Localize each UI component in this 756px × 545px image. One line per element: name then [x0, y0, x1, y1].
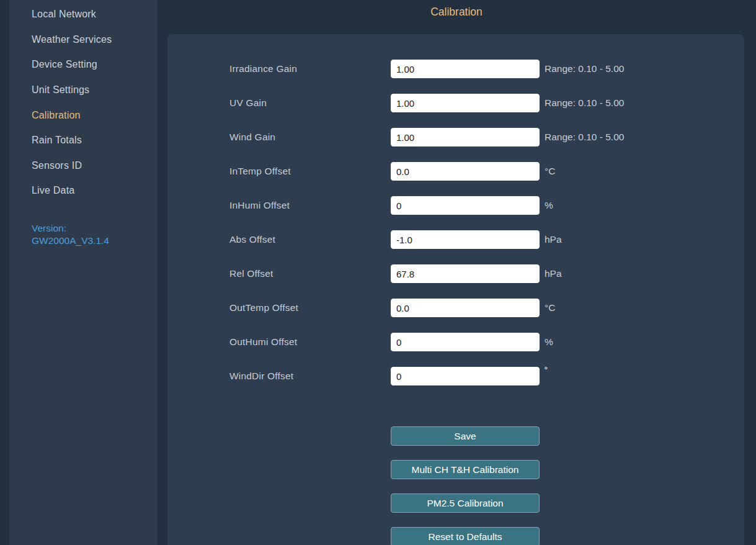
- sidebar-item-weather-services[interactable]: Weather Services: [9, 27, 157, 53]
- field-suffix: hPa: [545, 268, 562, 279]
- outhumi-offset-input[interactable]: [391, 333, 540, 351]
- irradiance-gain-input[interactable]: [391, 60, 540, 78]
- wind-gain-input[interactable]: [391, 128, 540, 146]
- form-row: UV Gain Range: 0.10 - 5.00: [167, 94, 744, 112]
- sidebar-item-sensors-id[interactable]: Sensors ID: [9, 153, 157, 179]
- field-label: WindDir Offset: [229, 371, 391, 382]
- winddir-offset-input[interactable]: [391, 367, 540, 385]
- sidebar-item-unit-settings[interactable]: Unit Settings: [9, 78, 157, 103]
- field-label: Wind Gain: [229, 132, 391, 143]
- form-row: Rel Offset hPa: [167, 264, 744, 283]
- version-label: Version:: [32, 222, 157, 235]
- save-button[interactable]: Save: [391, 426, 540, 446]
- multi-ch-t-h-calibration-button[interactable]: Multi CH T&H Calibration: [391, 460, 540, 479]
- abs-offset-input[interactable]: [391, 230, 540, 249]
- form-row: Abs Offset hPa: [167, 230, 744, 249]
- outtemp-offset-input[interactable]: [391, 299, 540, 317]
- rel-offset-input[interactable]: [391, 264, 540, 283]
- form-row: OutTemp Offset °C: [167, 299, 744, 317]
- form-row: Irradiance Gain Range: 0.10 - 5.00: [167, 60, 744, 78]
- field-suffix: °C: [545, 166, 555, 177]
- form-row: OutHumi Offset %: [167, 333, 744, 351]
- field-label: OutTemp Offset: [229, 302, 391, 313]
- sidebar-item-rain-totals[interactable]: Rain Totals: [9, 128, 157, 153]
- version-value: GW2000A_V3.1.4: [32, 235, 157, 248]
- form-row: InTemp Offset °C: [167, 162, 744, 181]
- uv-gain-input[interactable]: [391, 94, 540, 112]
- sidebar-nav: Local NetworkWeather ServicesDevice Sett…: [9, 0, 157, 204]
- inhumi-offset-input[interactable]: [391, 196, 540, 215]
- reset-to-defaults-button[interactable]: Reset to Defaults: [391, 527, 540, 545]
- field-suffix: Range: 0.10 - 5.00: [545, 63, 624, 74]
- sidebar-item-local-network[interactable]: Local Network: [9, 2, 157, 27]
- field-label: Abs Offset: [229, 234, 391, 245]
- field-label: OutHumi Offset: [229, 336, 391, 348]
- field-suffix: Range: 0.10 - 5.00: [545, 97, 624, 109]
- field-label: InHumi Offset: [229, 200, 391, 211]
- form-row: Wind Gain Range: 0.10 - 5.00: [167, 128, 744, 146]
- calibration-panel: Irradiance Gain Range: 0.10 - 5.00 UV Ga…: [167, 34, 744, 545]
- intemp-offset-input[interactable]: [391, 162, 540, 181]
- field-label: Rel Offset: [229, 268, 391, 279]
- sidebar-item-live-data[interactable]: Live Data: [9, 178, 157, 204]
- page-title: Calibration: [157, 0, 756, 19]
- action-buttons: SaveMulti CH T&H CalibrationPM2.5 Calibr…: [167, 426, 744, 545]
- form-row: WindDir Offset º: [167, 367, 744, 385]
- field-suffix: %: [545, 200, 553, 211]
- field-label: Irradiance Gain: [229, 63, 391, 74]
- field-suffix: hPa: [545, 234, 562, 245]
- sidebar: Local NetworkWeather ServicesDevice Sett…: [9, 0, 157, 545]
- field-suffix: %: [545, 336, 553, 348]
- sidebar-item-calibration[interactable]: Calibration: [9, 102, 157, 128]
- pm2-5-calibration-button[interactable]: PM2.5 Calibration: [391, 493, 540, 513]
- field-suffix: Range: 0.10 - 5.00: [545, 132, 624, 143]
- field-suffix: °C: [545, 302, 555, 313]
- field-suffix: º: [545, 366, 548, 374]
- field-label: UV Gain: [229, 97, 391, 109]
- sidebar-item-device-setting[interactable]: Device Setting: [9, 52, 157, 78]
- form-rows: Irradiance Gain Range: 0.10 - 5.00 UV Ga…: [167, 60, 744, 385]
- field-label: InTemp Offset: [229, 166, 391, 177]
- firmware-version: Version: GW2000A_V3.1.4: [9, 222, 157, 248]
- main-content: Calibration Irradiance Gain Range: 0.10 …: [157, 0, 756, 545]
- form-row: InHumi Offset %: [167, 196, 744, 215]
